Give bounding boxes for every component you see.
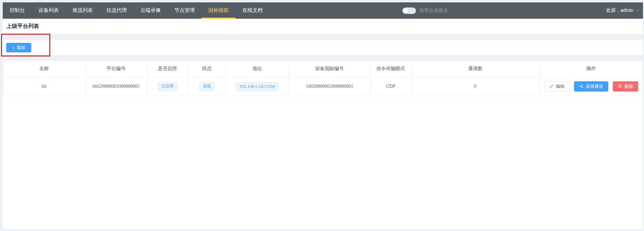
page-header: 上级平台列表 xyxy=(3,19,643,34)
cell-address: 192.168.1.242:1506 xyxy=(226,77,289,96)
nav-tab-cloud-record[interactable]: 云端录像 xyxy=(134,2,168,19)
cell-channel-count: 0 xyxy=(411,77,540,96)
user-menu[interactable]: 欢迎，admin xyxy=(606,2,640,19)
delete-button-label: 删除 xyxy=(624,83,633,89)
app-window: 控制台 设备列表 推流列表 拉流代理 云端录像 节点管理 国标级联 在线文档 报… xyxy=(0,0,644,231)
edit-button-label: 编辑 xyxy=(556,83,564,89)
status-badge: 在线 xyxy=(199,82,215,91)
address-badge: 192.168.1.242:1506 xyxy=(236,82,279,91)
cell-enabled: 已启用 xyxy=(147,77,188,96)
cell-platform-id: 66620000002000000001 xyxy=(85,77,147,96)
page-title: 上级平台列表 xyxy=(6,23,39,30)
alarm-push-label: 报警信息推送 xyxy=(419,7,448,14)
column-header-address: 地址 xyxy=(226,61,289,77)
add-button[interactable]: + 添加 xyxy=(6,43,31,52)
nav-tab-console[interactable]: 控制台 xyxy=(3,2,32,19)
select-channel-label: 选择通道 xyxy=(586,83,603,89)
nav-tab-device-list[interactable]: 设备列表 xyxy=(32,2,66,19)
cell-actions: 编辑 选择通道 删除 xyxy=(540,77,643,96)
nav-tab-online-docs[interactable]: 在线文档 xyxy=(236,2,269,19)
nav-tab-node-manage[interactable]: 节点管理 xyxy=(168,2,202,19)
column-header-actions: 操作 xyxy=(540,61,643,77)
column-header-name: 名称 xyxy=(3,61,85,77)
nav-tab-pull-proxy[interactable]: 拉流代理 xyxy=(100,2,134,19)
table-header-row: 名称 平台编号 是否启用 状态 地址 设备国标编号 信令传输模式 通道数 操作 xyxy=(3,61,643,77)
delete-button[interactable]: 删除 xyxy=(613,81,638,92)
column-header-transport: 信令传输模式 xyxy=(370,61,411,77)
column-header-status: 状态 xyxy=(188,61,226,77)
cell-status: 在线 xyxy=(188,77,226,96)
top-navbar: 控制台 设备列表 推流列表 拉流代理 云端录像 节点管理 国标级联 在线文档 报… xyxy=(3,2,643,19)
cell-name: lin xyxy=(3,77,85,96)
column-header-platform-id: 平台编号 xyxy=(85,61,147,77)
alarm-push-toggle[interactable] xyxy=(402,7,416,14)
trash-icon xyxy=(618,84,622,88)
platform-table: 名称 平台编号 是否启用 状态 地址 设备国标编号 信令传输模式 通道数 操作 … xyxy=(3,61,643,229)
cell-transport: UDP xyxy=(370,77,411,96)
cell-gb-device-id: 34020000002000000001 xyxy=(289,77,370,96)
column-header-enabled: 是否启用 xyxy=(147,61,188,77)
select-channel-button[interactable]: 选择通道 xyxy=(574,81,608,92)
nav-tab-gb-cascade[interactable]: 国标级联 xyxy=(202,2,236,19)
alarm-push-group: 报警信息推送 xyxy=(402,2,448,19)
toolbar: + 添加 xyxy=(3,40,643,55)
nav-tab-push-list[interactable]: 推流列表 xyxy=(66,2,100,19)
plus-icon: + xyxy=(12,45,15,50)
table-row: lin 66620000002000000001 已启用 在线 192.168.… xyxy=(3,77,643,96)
row-actions: 编辑 选择通道 删除 xyxy=(544,81,638,92)
column-header-gb-device-id: 设备国标编号 xyxy=(289,61,370,77)
toggle-knob xyxy=(403,8,408,13)
add-button-label: 添加 xyxy=(17,45,25,51)
chevron-down-icon xyxy=(636,9,640,13)
enabled-badge: 已启用 xyxy=(158,82,177,91)
pencil-icon xyxy=(549,84,554,88)
edit-button[interactable]: 编辑 xyxy=(544,81,570,92)
welcome-text: 欢迎，admin xyxy=(606,7,633,14)
column-header-channel-count: 通道数 xyxy=(411,61,540,77)
share-icon xyxy=(579,84,584,88)
